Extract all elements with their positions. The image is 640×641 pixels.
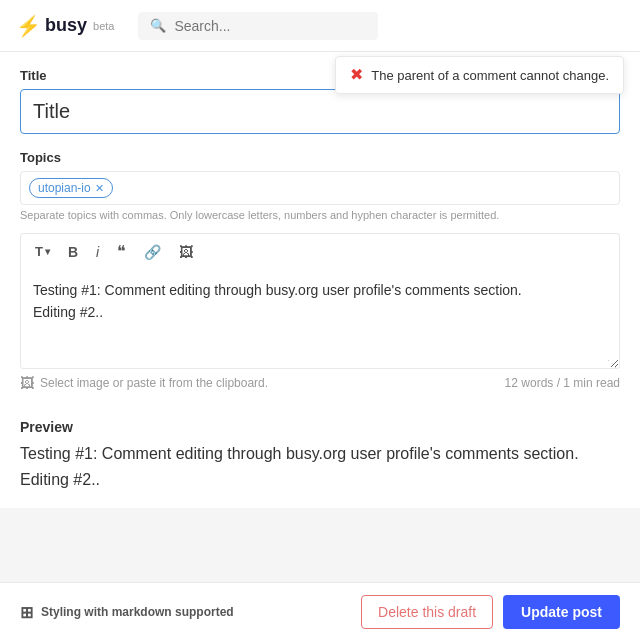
preview-line-1: Testing #1: Comment editing through busy… (20, 441, 620, 467)
search-icon: 🔍 (150, 18, 166, 33)
header: ⚡ busy beta 🔍 ✖ The parent of a comment … (0, 0, 640, 52)
beta-badge: beta (93, 20, 114, 32)
logo: ⚡ busy beta (16, 14, 114, 38)
resize-handle[interactable]: ⋱ (607, 356, 617, 366)
error-tooltip: ✖ The parent of a comment cannot change. (335, 56, 624, 94)
markdown-note: ⊞ Styling with markdown supported (20, 603, 234, 622)
delete-draft-button[interactable]: Delete this draft (361, 595, 493, 629)
image-selector-icon: 🖼 (20, 375, 34, 391)
text-size-button[interactable]: T ▾ (27, 240, 58, 263)
topics-label: Topics (20, 150, 620, 165)
preview-line-2: Editing #2.. (20, 467, 620, 493)
bolt-icon: ⚡ (16, 14, 41, 38)
image-selector-text: Select image or paste it from the clipbo… (40, 376, 268, 390)
preview-content: Testing #1: Comment editing through busy… (20, 441, 620, 492)
action-buttons: Delete this draft Update post (361, 595, 620, 629)
editor-footer: 🖼 Select image or paste it from the clip… (20, 375, 620, 391)
update-post-button[interactable]: Update post (503, 595, 620, 629)
image-button[interactable]: 🖼 (171, 240, 201, 264)
editor-line-1: Testing #1: Comment editing through busy… (33, 279, 607, 301)
italic-button[interactable]: i (88, 240, 107, 264)
logo-text: busy (45, 15, 87, 36)
link-icon: 🔗 (144, 244, 161, 260)
main-content: Title Topics utopian-io ✕ Separate topic… (0, 52, 640, 508)
bold-label: B (68, 244, 78, 260)
bold-button[interactable]: B (60, 240, 86, 264)
editor-toolbar: T ▾ B i ❝ 🔗 🖼 (20, 233, 620, 269)
bottom-bar: ⊞ Styling with markdown supported Delete… (0, 582, 640, 641)
word-count: 12 words / 1 min read (505, 376, 620, 390)
image-icon: 🖼 (179, 244, 193, 260)
quote-button[interactable]: ❝ (109, 238, 134, 265)
editor-area[interactable]: Testing #1: Comment editing through busy… (20, 269, 620, 369)
markdown-label: Styling with markdown supported (41, 605, 234, 619)
link-button[interactable]: 🔗 (136, 240, 169, 264)
italic-label: i (96, 244, 99, 260)
preview-section: Preview Testing #1: Comment editing thro… (20, 411, 620, 492)
error-message: The parent of a comment cannot change. (371, 68, 609, 83)
topic-tag[interactable]: utopian-io ✕ (29, 178, 113, 198)
editor-line-2: Editing #2.. (33, 301, 607, 323)
search-input[interactable] (174, 18, 366, 34)
topics-box[interactable]: utopian-io ✕ (20, 171, 620, 205)
topics-hint: Separate topics with commas. Only lowerc… (20, 209, 620, 221)
topics-section: Topics utopian-io ✕ Separate topics with… (20, 150, 620, 221)
search-bar[interactable]: 🔍 (138, 12, 378, 40)
title-input[interactable] (20, 89, 620, 134)
quote-label: ❝ (117, 242, 126, 261)
markdown-icon: ⊞ (20, 603, 33, 622)
chevron-down-icon: ▾ (45, 246, 50, 257)
topic-tag-text: utopian-io (38, 181, 91, 195)
topic-remove-icon[interactable]: ✕ (95, 182, 104, 195)
image-selector[interactable]: 🖼 Select image or paste it from the clip… (20, 375, 268, 391)
error-icon: ✖ (350, 67, 363, 83)
preview-label: Preview (20, 419, 620, 435)
text-size-label: T (35, 244, 43, 259)
